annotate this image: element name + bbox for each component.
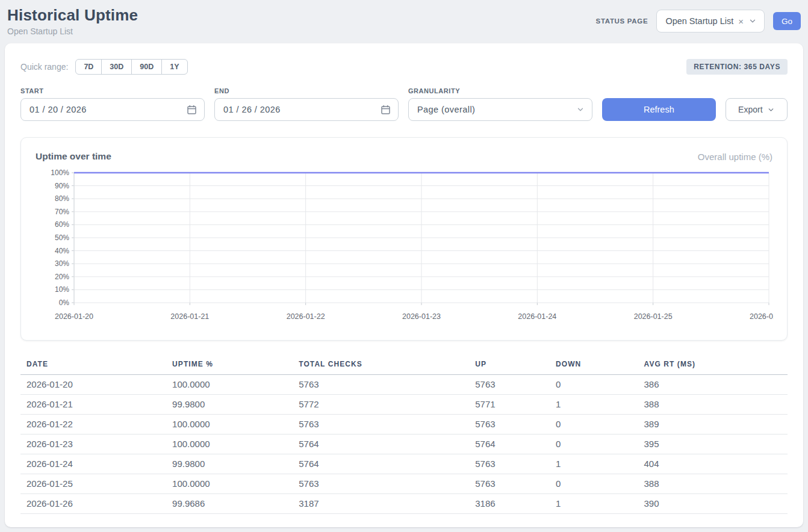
page-header: Historical Uptime Open Startup List STAT… (0, 0, 808, 43)
table-cell: 5763 (293, 474, 469, 494)
table-cell: 1 (550, 494, 638, 514)
quick-range-label: Quick range: (20, 62, 68, 72)
col-header-down: DOWN (550, 355, 638, 375)
granularity-field: GRANULARITY Page (overall) (408, 87, 592, 121)
x-tick-label: 2026-01-21 (170, 312, 209, 321)
col-header-total-checks: TOTAL CHECKS (293, 355, 469, 375)
col-header-up: UP (469, 355, 550, 375)
go-button[interactable]: Go (773, 12, 801, 30)
table-cell: 5763 (293, 415, 469, 435)
table-cell: 0 (550, 474, 638, 494)
calendar-icon[interactable] (187, 105, 197, 115)
table-cell: 0 (550, 435, 638, 454)
table-cell: 404 (638, 454, 788, 474)
table-cell: 389 (638, 415, 788, 435)
table-header: DATE UPTIME % TOTAL CHECKS UP DOWN AVG R… (20, 355, 788, 375)
end-date-input[interactable]: 01 / 26 / 2026 (214, 98, 399, 121)
start-date-field: START 01 / 20 / 2026 (20, 87, 205, 121)
chevron-down-icon (767, 106, 775, 114)
table-cell: 2026-01-23 (20, 435, 166, 454)
status-page-select[interactable]: Open Startup List × (656, 10, 765, 32)
y-tick-label: 10% (55, 285, 69, 294)
table-cell: 5772 (293, 395, 469, 415)
col-header-avg-rt: AVG RT (MS) (638, 355, 788, 375)
table-row: 2026-01-2499.9800576457631404 (20, 454, 788, 474)
table-cell: 5763 (469, 454, 550, 474)
table-cell: 2026-01-25 (20, 474, 166, 494)
quick-range-1y-button[interactable]: 1Y (161, 59, 187, 75)
filters-row: START 01 / 20 / 2026 END 01 / 26 / 2026 … (20, 87, 788, 121)
table-row: 2026-01-23100.0000576457640395 (20, 435, 788, 454)
table-cell: 5764 (293, 454, 469, 474)
status-page-label: STATUS PAGE (596, 17, 648, 25)
table-cell: 5764 (469, 435, 550, 454)
header-controls: STATUS PAGE Open Startup List × Go (596, 10, 801, 32)
table-row: 2026-01-2199.9800577257711388 (20, 395, 788, 415)
export-button[interactable]: Export (726, 98, 788, 121)
refresh-button[interactable]: Refresh (602, 98, 716, 121)
start-date-input[interactable]: 01 / 20 / 2026 (20, 98, 205, 121)
table-body: 2026-01-20100.00005763576303862026-01-21… (20, 375, 788, 514)
header-titles: Historical Uptime Open Startup List (7, 6, 138, 36)
clear-selection-icon[interactable]: × (738, 17, 744, 26)
chart-legend: Overall uptime (%) (698, 152, 772, 162)
status-page-selected-value: Open Startup List (665, 16, 733, 26)
table-cell: 0 (550, 415, 638, 435)
x-tick-label: 2026-01-22 (287, 312, 325, 321)
x-tick-label: 2026-01-20 (55, 312, 93, 321)
y-tick-label: 60% (55, 220, 69, 229)
granularity-selected-value: Page (overall) (417, 105, 576, 114)
y-tick-label: 20% (55, 273, 69, 281)
y-tick-label: 0% (59, 298, 70, 307)
table-cell: 2026-01-22 (20, 415, 166, 435)
end-date-value: 01 / 26 / 2026 (223, 105, 381, 114)
export-label: Export (738, 105, 762, 114)
chart-header: Uptime over time Overall uptime (%) (36, 151, 772, 162)
table-cell: 5763 (469, 474, 550, 494)
quick-range-buttons: 7D 30D 90D 1Y (75, 59, 187, 75)
table-cell: 3187 (293, 494, 469, 514)
table-cell: 5763 (293, 375, 469, 395)
table-cell: 5764 (293, 435, 469, 454)
page-title: Historical Uptime (7, 6, 138, 25)
chart-title: Uptime over time (36, 151, 111, 162)
y-tick-label: 100% (51, 169, 69, 177)
x-tick-label: 2026-01-24 (518, 312, 556, 321)
table-cell: 100.0000 (166, 415, 293, 435)
table-cell: 2026-01-20 (20, 375, 166, 395)
start-label: START (20, 87, 205, 94)
table-cell: 100.0000 (166, 435, 293, 454)
end-date-field: END 01 / 26 / 2026 (214, 87, 399, 121)
table-row: 2026-01-25100.0000576357630388 (20, 474, 788, 494)
x-tick-label: 2026-01-25 (634, 312, 673, 321)
x-tick-label: 2026-01-26 (750, 312, 774, 321)
uptime-table: DATE UPTIME % TOTAL CHECKS UP DOWN AVG R… (20, 355, 788, 514)
y-tick-label: 30% (55, 259, 69, 268)
chart-body: 0%10%20%30%40%50%60%70%80%90%100%2026-01… (36, 167, 772, 328)
table-cell: 1 (550, 395, 638, 415)
calendar-icon[interactable] (381, 105, 391, 115)
quick-range-30d-button[interactable]: 30D (101, 59, 132, 75)
table-cell: 3186 (469, 494, 550, 514)
table-cell: 395 (638, 435, 788, 454)
y-tick-label: 40% (55, 247, 69, 255)
table-cell: 0 (550, 375, 638, 395)
granularity-select[interactable]: Page (overall) (408, 98, 592, 121)
table-row: 2026-01-20100.0000576357630386 (20, 375, 788, 395)
table-cell: 5771 (469, 395, 550, 415)
table-cell: 388 (638, 395, 788, 415)
quick-range-row: Quick range: 7D 30D 90D 1Y RETENTION: 36… (20, 59, 788, 75)
table-cell: 100.0000 (166, 375, 293, 395)
table-cell: 5763 (469, 375, 550, 395)
quick-range-90d-button[interactable]: 90D (131, 59, 162, 75)
table-cell: 99.9686 (166, 494, 293, 514)
chevron-down-icon (748, 17, 757, 25)
table-cell: 99.9800 (166, 454, 293, 474)
quick-range-7d-button[interactable]: 7D (75, 59, 102, 75)
y-tick-label: 50% (55, 234, 69, 242)
main-card: Quick range: 7D 30D 90D 1Y RETENTION: 36… (5, 43, 803, 527)
historical-uptime-page: Historical Uptime Open Startup List STAT… (0, 0, 808, 532)
retention-badge: RETENTION: 365 DAYS (686, 59, 788, 75)
y-tick-label: 70% (55, 208, 69, 216)
table-cell: 386 (638, 375, 788, 395)
